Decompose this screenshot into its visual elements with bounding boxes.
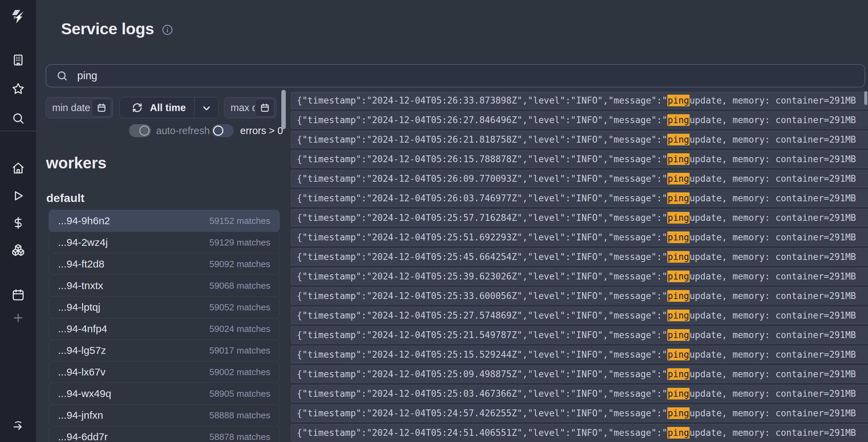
log-row[interactable]: {"timestamp":"2024-12-04T05:25:21.549787…	[291, 326, 868, 344]
auto-refresh-toggle[interactable]	[129, 124, 151, 137]
log-text: update, memory: container=291MB	[690, 95, 856, 106]
worker-group-label: default	[46, 191, 84, 205]
log-text: update, memory: container=291MB	[690, 389, 856, 399]
log-text: update, memory: container=291MB	[690, 408, 856, 418]
search-input[interactable]	[77, 69, 854, 82]
search-nav-icon[interactable]	[12, 112, 25, 125]
search-bar	[46, 64, 865, 87]
log-row[interactable]: {"timestamp":"2024-12-04T05:26:09.770093…	[291, 170, 868, 187]
search-match-highlight: ping	[667, 271, 690, 282]
log-text: {"timestamp":"2024-12-04T05:24:57.426255…	[297, 408, 667, 418]
log-text: {"timestamp":"2024-12-04T05:25:39.623026…	[297, 271, 667, 282]
worker-match-count: 58905 matches	[209, 389, 270, 399]
log-row[interactable]: {"timestamp":"2024-12-04T05:25:03.467366…	[291, 385, 868, 402]
time-range-label: All time	[150, 102, 186, 114]
home-icon[interactable]	[12, 162, 25, 175]
worker-match-count: 58888 matches	[209, 410, 270, 421]
log-row[interactable]: {"timestamp":"2024-12-04T05:25:57.716284…	[291, 209, 868, 226]
worker-match-count: 59092 matches	[209, 259, 270, 270]
info-icon[interactable]	[162, 24, 173, 36]
worker-row[interactable]: ...94-tnxtx 59068 matches	[49, 275, 280, 297]
worker-row[interactable]: ...94-jnfxn 58888 matches	[49, 404, 280, 426]
app-logo-icon[interactable]	[10, 8, 26, 25]
errors-filter-label: errors > 0	[240, 125, 283, 136]
search-match-highlight: ping	[667, 212, 690, 224]
worker-name: ...94-jnfxn	[58, 409, 103, 421]
plus-icon[interactable]	[12, 311, 25, 324]
min-date-calendar-button[interactable]	[92, 99, 111, 117]
worker-match-count: 59129 matches	[209, 237, 270, 248]
worker-name: ...94-wx49q	[58, 388, 111, 399]
search-match-highlight: ping	[667, 153, 690, 165]
log-text: {"timestamp":"2024-12-04T05:26:27.846496…	[297, 115, 667, 125]
log-row[interactable]: {"timestamp":"2024-12-04T05:26:27.846496…	[291, 111, 868, 129]
search-match-highlight: ping	[667, 427, 690, 439]
search-match-highlight: ping	[667, 192, 690, 204]
log-row[interactable]: {"timestamp":"2024-12-04T05:26:21.818758…	[291, 131, 868, 148]
refresh-icon	[132, 103, 142, 113]
search-match-highlight: ping	[667, 134, 690, 145]
star-icon[interactable]	[12, 82, 25, 95]
worker-row[interactable]: ...94-4nfp4 59024 matches	[49, 318, 280, 340]
log-row[interactable]: {"timestamp":"2024-12-04T05:25:45.664254…	[291, 248, 868, 265]
log-row[interactable]: {"timestamp":"2024-12-04T05:25:39.623026…	[291, 268, 868, 285]
min-date-field	[46, 97, 113, 118]
log-text: update, memory: container=291MB	[690, 213, 856, 223]
workers-list: ...94-9h6n2 59152 matches ...94-2wz4j 59…	[49, 210, 280, 442]
worker-row[interactable]: ...94-wx49q 58905 matches	[49, 383, 280, 405]
log-text: update, memory: container=291MB	[690, 115, 856, 125]
worker-row[interactable]: ...94-9h6n2 59152 matches	[49, 210, 280, 232]
log-row[interactable]: {"timestamp":"2024-12-04T05:25:15.529244…	[291, 346, 868, 363]
log-row[interactable]: {"timestamp":"2024-12-04T05:25:27.574869…	[291, 307, 868, 324]
worker-row[interactable]: ...94-2wz4j 59129 matches	[49, 231, 280, 253]
search-match-highlight: ping	[667, 407, 690, 419]
log-row[interactable]: {"timestamp":"2024-12-04T05:25:33.600056…	[291, 287, 868, 304]
page-right-scrollbar[interactable]	[864, 91, 867, 105]
log-row[interactable]: {"timestamp":"2024-12-04T05:25:51.692293…	[291, 229, 868, 246]
worker-match-count: 59024 matches	[209, 324, 270, 334]
log-row[interactable]: {"timestamp":"2024-12-04T05:26:33.873898…	[291, 92, 868, 109]
worker-row[interactable]: ...94-6dd7r 58878 matches	[49, 426, 280, 442]
worker-match-count: 59002 matches	[209, 367, 270, 378]
log-text: {"timestamp":"2024-12-04T05:25:21.549787…	[297, 330, 667, 340]
log-text: {"timestamp":"2024-12-04T05:26:15.788878…	[297, 154, 667, 164]
worker-row[interactable]: ...94-lg57z 59017 matches	[49, 339, 280, 361]
log-row[interactable]: {"timestamp":"2024-12-04T05:24:57.426255…	[291, 405, 868, 422]
dollar-icon[interactable]	[12, 216, 25, 229]
log-row[interactable]: {"timestamp":"2024-12-04T05:25:09.498875…	[291, 366, 868, 383]
worker-row[interactable]: ...94-lptqj 59052 matches	[49, 296, 280, 318]
log-text: {"timestamp":"2024-12-04T05:25:51.692293…	[297, 232, 667, 242]
search-icon	[57, 70, 68, 81]
log-row[interactable]: {"timestamp":"2024-12-04T05:26:15.788878…	[291, 151, 868, 168]
time-range-button[interactable]: All time	[119, 97, 219, 118]
scrollbar-thumb[interactable]	[281, 90, 286, 129]
log-text: update, memory: container=291MB	[690, 330, 856, 340]
page-header: Service logs	[61, 19, 173, 38]
building-icon[interactable]	[12, 53, 25, 67]
play-icon[interactable]	[12, 189, 25, 202]
max-date-calendar-button[interactable]	[255, 99, 274, 117]
log-text: update, memory: container=291MB	[690, 369, 856, 379]
log-row[interactable]: {"timestamp":"2024-12-04T05:24:51.406551…	[291, 424, 868, 441]
errors-filter-toggle[interactable]	[212, 124, 234, 137]
log-left-scrollbar[interactable]	[281, 90, 286, 440]
sign-out-arrow-icon[interactable]	[12, 419, 25, 432]
log-text: update, memory: container=291MB	[690, 310, 856, 321]
log-text: update, memory: container=291MB	[690, 154, 856, 164]
log-row[interactable]: {"timestamp":"2024-12-04T05:26:03.746977…	[291, 190, 868, 207]
calendar-nav-icon[interactable]	[12, 288, 25, 301]
worker-row[interactable]: ...94-ft2d8 59092 matches	[49, 253, 280, 275]
workers-heading: workers	[46, 154, 106, 172]
search-match-highlight: ping	[667, 329, 690, 341]
search-match-highlight: ping	[667, 368, 690, 380]
search-match-highlight: ping	[667, 388, 690, 399]
log-text: update, memory: container=291MB	[690, 291, 856, 301]
chevron-down-icon[interactable]	[201, 103, 212, 114]
search-match-highlight: ping	[667, 173, 690, 184]
log-text: {"timestamp":"2024-12-04T05:24:51.406551…	[297, 428, 667, 438]
worker-match-count: 59052 matches	[209, 302, 270, 313]
boxes-icon[interactable]	[12, 243, 25, 256]
worker-row[interactable]: ...94-lx67v 59002 matches	[49, 361, 280, 383]
worker-name: ...94-4nfp4	[58, 323, 107, 335]
worker-match-count: 59152 matches	[209, 216, 270, 226]
